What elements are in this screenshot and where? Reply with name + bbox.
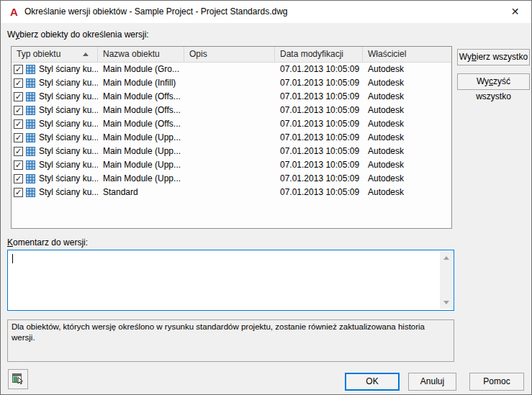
row-checkbox[interactable]: ✓ [14,92,23,101]
curtain-wall-style-icon [26,106,35,115]
row-checkbox[interactable]: ✓ [14,106,23,115]
row-type-label: Styl ściany ku... [39,90,98,104]
row-checkbox[interactable]: ✓ [14,147,23,156]
row-owner-cell: Autodesk [363,131,451,145]
button-label: ierz wszystko [477,52,528,62]
row-description-cell [184,63,275,76]
row-description-cell [184,104,275,117]
comment-input[interactable] [7,250,454,311]
column-header-description[interactable]: Opis [184,47,275,62]
info-text-box: Dla obiektów, których wersję określono w… [7,319,454,362]
row-description-cell [184,158,275,172]
table-row[interactable]: ✓Styl ściany ku...Main Module (Infill)07… [12,76,451,90]
row-name-cell: Main Module (Upp... [98,158,184,172]
help-button[interactable]: Pomoc [469,373,524,391]
row-type-label: Styl ściany ku... [39,104,98,117]
column-header-type[interactable]: Typ obiektu [12,47,98,62]
table-body: ✓Styl ściany ku...Main Module (Gro...07.… [12,63,451,199]
column-header-modified[interactable]: Data modyfikacji [275,47,363,62]
row-owner-cell: Autodesk [363,76,451,90]
row-owner-cell: Autodesk [363,63,451,76]
label-accesskey: K [7,237,13,248]
curtain-wall-style-icon [26,133,35,142]
table-row[interactable]: ✓Styl ściany ku...Main Module (Upp...07.… [12,131,451,145]
row-checkbox[interactable]: ✓ [14,174,23,183]
table-row[interactable]: ✓Styl ściany ku...Main Module (Gro...07.… [12,63,451,76]
row-checkbox[interactable]: ✓ [14,133,23,142]
row-checkbox[interactable]: ✓ [14,65,23,74]
row-type-cell: ✓Styl ściany ku... [12,186,98,199]
window-title: Określanie wersji obiektów - Sample Proj… [24,1,287,23]
label-text: bierz obiekty do określenia wersji: [19,29,148,40]
row-type-label: Styl ściany ku... [39,131,98,145]
scroll-down-icon[interactable] [443,301,449,304]
curtain-wall-style-icon [26,92,35,101]
table-row[interactable]: ✓Styl ściany ku...Main Module (Upp...07.… [12,158,451,172]
row-type-label: Styl ściany ku... [39,76,98,90]
row-name-cell: Main Module (Offs... [98,90,184,104]
label-text: W [7,29,15,40]
label-text: omentarz do wersji: [13,237,88,248]
row-owner-cell: Autodesk [363,90,451,104]
row-name-cell: Main Module (Upp... [98,131,184,145]
cancel-button[interactable]: Anuluj [408,373,456,391]
row-type-label: Styl ściany ku... [39,158,98,172]
row-owner-cell: Autodesk [363,158,451,172]
ok-button[interactable]: OK [345,373,400,391]
pick-objects-button[interactable] [8,369,28,389]
row-type-cell: ✓Styl ściany ku... [12,145,98,158]
row-name-cell: Main Module (Infill) [98,76,184,90]
row-type-cell: ✓Styl ściany ku... [12,131,98,145]
row-type-cell: ✓Styl ściany ku... [12,158,98,172]
scroll-up-icon[interactable] [443,256,449,260]
button-label: Wy [477,76,489,86]
row-type-cell: ✓Styl ściany ku... [12,104,98,117]
info-text: Dla obiektów, których wersję określono w… [12,322,425,342]
row-checkbox[interactable]: ✓ [14,188,23,197]
curtain-wall-style-icon [26,160,35,170]
column-header-owner[interactable]: Właściciel [363,47,451,62]
autocad-logo-icon: A [8,6,20,18]
row-modified-cell: 07.01.2013 10:05:09 [275,90,363,104]
table-row[interactable]: ✓Styl ściany ku...Main Module (Offs...07… [12,104,451,117]
close-icon[interactable]: ✕ [499,1,531,23]
row-owner-cell: Autodesk [363,186,451,199]
row-checkbox[interactable]: ✓ [14,160,23,170]
curtain-wall-style-icon [26,188,35,197]
table-row[interactable]: ✓Styl ściany ku...Main Module (Upp...07.… [12,145,451,158]
row-modified-cell: 07.01.2013 10:05:09 [275,76,363,90]
table-row[interactable]: ✓Styl ściany ku...Main Module (Offs...07… [12,117,451,131]
row-type-cell: ✓Styl ściany ku... [12,117,98,131]
row-modified-cell: 07.01.2013 10:05:09 [275,172,363,186]
row-type-cell: ✓Styl ściany ku... [12,63,98,76]
row-checkbox[interactable]: ✓ [14,119,23,129]
row-description-cell [184,117,275,131]
row-name-cell: Main Module (Offs... [98,104,184,117]
row-owner-cell: Autodesk [363,145,451,158]
row-owner-cell: Autodesk [363,104,451,117]
row-name-cell: Main Module (Gro... [98,63,184,76]
row-type-cell: ✓Styl ściany ku... [12,76,98,90]
button-accesskey: b [472,52,477,62]
row-type-cell: ✓Styl ściany ku... [12,90,98,104]
row-name-cell: Standard [98,186,184,199]
row-type-cell: ✓Styl ściany ku... [12,172,98,186]
row-description-cell [184,76,275,90]
curtain-wall-style-icon [26,147,35,156]
button-label: Wy [459,52,472,62]
column-header-name[interactable]: Nazwa obiektu [98,47,184,62]
row-description-cell [184,90,275,104]
row-modified-cell: 07.01.2013 10:05:09 [275,186,363,199]
table-row[interactable]: ✓Styl ściany ku...Standard07.01.2013 10:… [12,186,451,199]
comment-scrollbar[interactable] [440,252,452,309]
row-description-cell [184,186,275,199]
table-row[interactable]: ✓Styl ściany ku...Main Module (Offs...07… [12,90,451,104]
pick-objects-icon [12,373,24,386]
curtain-wall-style-icon [26,65,35,74]
row-owner-cell: Autodesk [363,172,451,186]
select-all-button[interactable]: Wybierz wszystko [457,49,530,65]
clear-all-button[interactable]: Wyczyść wszystko [457,73,530,90]
row-checkbox[interactable]: ✓ [14,78,23,88]
row-description-cell [184,145,275,158]
table-row[interactable]: ✓Styl ściany ku...Main Module (Upp...07.… [12,172,451,186]
